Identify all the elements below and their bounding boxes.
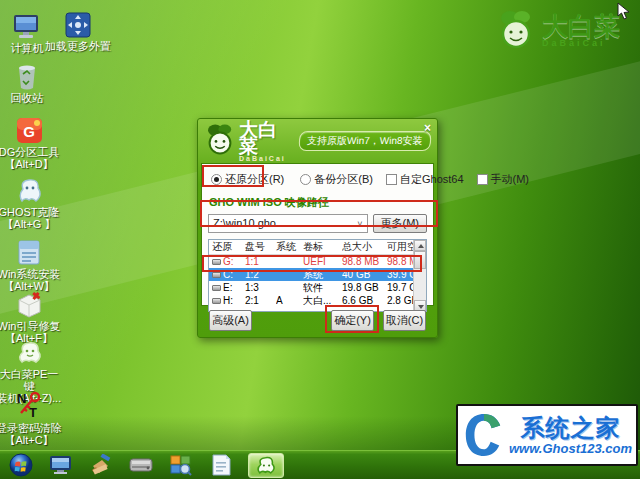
taskbar-disk-tool[interactable] [128,453,154,477]
ghost-icon [0,176,62,204]
backup-partition-radio[interactable]: 备份分区(B) [300,172,373,187]
image-path-label: GHO WIM ISO 映像路径 [209,195,427,210]
more-button[interactable]: 更多(M) [373,214,428,233]
desktop-icon-boot-repair[interactable]: Win引导修复 【Alt+F】 [0,290,62,344]
radio-selected-icon[interactable] [211,174,222,185]
mouse-cursor [617,2,630,24]
desktop-icon-dg-partition[interactable]: G DG分区工具 【Alt+D】 [0,116,62,170]
cabbage-outline-icon [0,338,62,366]
scroll-up-icon[interactable] [414,240,426,251]
taskbar-show-desktop[interactable] [48,453,74,477]
partition-table: 还原 盘号 系统 卷标 总大小 可用空间 G: 1:1 UEFI 98.8 MB… [208,239,427,312]
drive-icon [212,259,221,265]
dialog-footer: 高级(A) 确定(Y) 取消(C) [198,304,437,337]
manual-checkbox[interactable]: 手动(M) [477,172,530,187]
recycle-bin-icon [0,62,60,90]
notepad-icon [211,454,231,476]
dialog-titlebar[interactable]: 大白菜 DaBaiCai 支持原版Win7，Win8安装 × [198,119,437,163]
desktop-icon-password-clear[interactable]: NT 登录密码清除 【Alt+C】 [0,392,62,446]
image-path-combobox[interactable]: Z:\win10.gho ˅ [208,214,368,233]
taskbar-notepad[interactable] [208,453,234,477]
svg-text:G: G [23,123,35,140]
taskbar-cleaner-tool[interactable] [88,453,114,477]
desktop-icon-win-install[interactable]: Win系统安装 【Alt+W】 [0,238,62,292]
close-icon[interactable]: × [424,122,431,134]
ghost123-logo-icon [462,409,506,461]
brand-title: 大白菜 [542,14,620,38]
taskbar-dabaicai-active[interactable] [248,453,284,478]
desktop-monitor-icon [49,455,73,475]
svg-text:N: N [17,391,26,406]
watermark-title: 系统之家 [520,415,620,441]
checkbox-icon[interactable] [386,174,397,185]
dg-partition-icon: G [0,116,62,144]
desktop-icon-recycle-bin[interactable]: 回收站 [0,62,60,104]
dialog-badge: 支持原版Win7，Win8安装 [299,131,432,151]
radio-unselected-icon[interactable] [300,174,311,185]
advanced-button[interactable]: 高级(A) [209,310,252,331]
table-row[interactable]: E: 1:3 软件 19.8 GB 19.7 GB [209,281,426,294]
expand-arrows-icon [40,10,116,38]
dabaicai-dialog: 大白菜 DaBaiCai 支持原版Win7，Win8安装 × 还原分区(R) 备… [197,118,438,338]
chevron-down-icon[interactable]: ˅ [357,219,362,229]
windows-orb-icon [9,453,33,477]
table-row[interactable]: G: 1:1 UEFI 98.8 MB 98.8 MB [209,255,426,268]
watermark-url: www.Ghost123.com [509,441,632,456]
partition-manager-icon [169,454,193,476]
installer-icon [0,238,62,266]
taskbar-partition-tool[interactable] [168,453,194,477]
sweeper-icon [89,454,113,476]
ok-button[interactable]: 确定(Y) [331,310,374,331]
repair-box-icon [0,290,62,318]
dialog-body: 还原分区(R) 备份分区(B) 自定Ghost64 手动(M) GHO WIM … [201,163,434,306]
restore-partition-radio[interactable]: 还原分区(R) [208,170,287,189]
table-header-row: 还原 盘号 系统 卷标 总大小 可用空间 [209,240,426,255]
hard-disk-icon [129,457,153,473]
desktop-brand-logo: 大白菜 DaBaiCai [496,8,620,54]
checkbox-icon[interactable] [477,174,488,185]
dialog-logo-subtitle: DaBaiCai [239,155,291,162]
drive-icon [212,285,221,291]
ghost64-checkbox[interactable]: 自定Ghost64 [386,172,464,187]
table-row-selected[interactable]: C: 1:2 系统 40 GB 39.9 GB [209,268,426,281]
desktop-icon-ghost-clone[interactable]: GHOST克隆 【Alt+G 】 [0,176,62,230]
desktop-icon-load-more[interactable]: 加载更多外置 [40,10,116,52]
cabbage-icon [255,454,277,476]
scroll-thumb[interactable] [414,251,426,269]
dialog-logo-title: 大白菜 [239,121,291,155]
start-button[interactable] [8,453,34,477]
nt-key-icon: NT [0,392,62,420]
table-scrollbar[interactable] [413,240,426,311]
dialog-cabbage-mascot-icon [204,122,236,160]
drive-icon [212,272,221,278]
cancel-button[interactable]: 取消(C) [383,310,426,331]
cabbage-mascot-icon [496,8,536,54]
watermark-ghost123: 系统之家 www.Ghost123.com [456,404,638,466]
